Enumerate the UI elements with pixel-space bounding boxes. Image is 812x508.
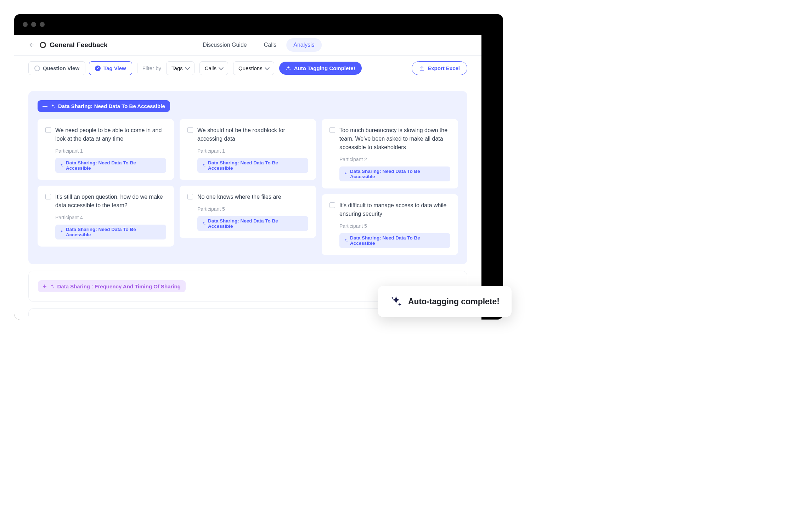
- back-button[interactable]: [28, 42, 35, 48]
- toolbar: Question View Tag View Filter by Tags Ca…: [14, 56, 481, 81]
- soccer-icon: [40, 42, 46, 48]
- chevron-down-icon: [219, 65, 224, 70]
- quote-card[interactable]: We should not be the roadblock for acces…: [180, 119, 316, 180]
- sparkle-icon: [202, 163, 206, 168]
- participant-label: Participant 1: [55, 148, 166, 154]
- participant-label: Participant 5: [197, 206, 308, 212]
- auto-tagging-button[interactable]: Auto Tagging Complete!: [279, 62, 362, 75]
- checkbox[interactable]: [45, 127, 51, 133]
- tag-view-label: Tag View: [103, 65, 126, 71]
- content: Data Sharing: Need Data To Be Accessible…: [14, 81, 481, 316]
- sparkle-icon: [50, 284, 55, 289]
- tag-pill[interactable]: Data Sharing: Need Data To Be Accessible: [339, 166, 450, 181]
- tag-pill-text: Data Sharing: Need Data To Be Accessible: [208, 160, 304, 171]
- checkbox[interactable]: [45, 194, 51, 199]
- filter-questions-button[interactable]: Questions: [233, 61, 274, 75]
- filter-questions-label: Questions: [238, 65, 263, 71]
- quote-card[interactable]: We need people to be able to come in and…: [38, 119, 174, 180]
- quote-card[interactable]: It's still an open question, how do we m…: [38, 186, 174, 247]
- tag-pill[interactable]: Data Sharing: Need Data To Be Accessible: [197, 158, 308, 173]
- toast-auto-tag-complete: Auto-tagging complete!: [378, 286, 512, 317]
- tag-view-toggle[interactable]: Tag View: [89, 61, 132, 75]
- card-grid: We need people to be able to come in and…: [38, 119, 458, 255]
- plus-icon: +: [43, 283, 47, 289]
- tag-pill-text: Data Sharing: Need Data To Be Accessible: [66, 227, 162, 237]
- nav-tabs: Discussion Guide Calls Analysis: [196, 38, 322, 52]
- divider: [137, 63, 137, 73]
- chevron-down-icon: [185, 65, 190, 70]
- sparkle-icon: [390, 295, 402, 308]
- sparkle-icon: [50, 104, 55, 109]
- question-view-label: Question View: [43, 65, 79, 71]
- radio-checked-icon: [95, 66, 101, 71]
- quote-card[interactable]: It's difficult to manage access to data …: [322, 194, 458, 255]
- checkbox[interactable]: [329, 202, 335, 208]
- window-min-dot[interactable]: [31, 22, 36, 27]
- tag-pill[interactable]: Data Sharing: Need Data To Be Accessible: [55, 158, 166, 173]
- export-excel-button[interactable]: Export Excel: [412, 61, 467, 75]
- quote-text: No one knows where the files are: [197, 193, 308, 201]
- filter-tags-button[interactable]: Tags: [166, 61, 194, 75]
- participant-label: Participant 5: [339, 223, 450, 229]
- quote-text: It's still an open question, how do we m…: [55, 193, 166, 210]
- checkbox[interactable]: [187, 127, 193, 133]
- filter-tags-label: Tags: [171, 65, 183, 71]
- quote-text: Too much bureaucracy is slowing down the…: [339, 126, 450, 152]
- toast-text: Auto-tagging complete!: [408, 297, 500, 306]
- radio-unchecked-icon: [34, 66, 40, 71]
- tag-pill[interactable]: Data Sharing: Need Data To Be Accessible: [55, 225, 166, 239]
- header: General Feedback Discussion Guide Calls …: [14, 35, 481, 56]
- sparkle-icon: [344, 238, 348, 243]
- quote-text: We need people to be able to come in and…: [55, 126, 166, 143]
- sparkle-icon: [60, 230, 64, 234]
- tag-pill-text: Data Sharing: Need Data To Be Accessible: [350, 169, 446, 179]
- app-body: General Feedback Discussion Guide Calls …: [14, 35, 481, 320]
- tag-group-accessible: Data Sharing: Need Data To Be Accessible…: [28, 91, 467, 264]
- page-title: General Feedback: [50, 41, 108, 49]
- chevron-down-icon: [265, 65, 270, 70]
- participant-label: Participant 2: [339, 157, 450, 162]
- quote-text: It's difficult to manage access to data …: [339, 201, 450, 218]
- group-title: Data Sharing: Need Data To Be Accessible: [58, 103, 165, 109]
- quote-card[interactable]: No one knows where the files are Partici…: [180, 186, 316, 238]
- quote-text: We should not be the roadblock for acces…: [197, 126, 308, 143]
- checkbox[interactable]: [329, 127, 335, 133]
- tab-discussion-guide[interactable]: Discussion Guide: [196, 38, 254, 52]
- arrow-left-icon: [28, 42, 35, 48]
- tag-pill[interactable]: Data Sharing: Need Data To Be Accessible: [197, 216, 308, 231]
- sparkle-icon: [202, 221, 206, 226]
- upload-icon: [419, 66, 425, 71]
- participant-label: Participant 1: [197, 148, 308, 154]
- participant-label: Participant 4: [55, 215, 166, 220]
- quote-card[interactable]: Too much bureaucracy is slowing down the…: [322, 119, 458, 188]
- group-header: Data Sharing: Need Data To Be Accessible: [38, 100, 458, 112]
- titlebar: [14, 14, 503, 35]
- sparkle-icon: [60, 163, 64, 168]
- window-close-dot[interactable]: [23, 22, 28, 27]
- filter-calls-label: Calls: [205, 65, 216, 71]
- tab-analysis[interactable]: Analysis: [286, 38, 322, 52]
- group-chip-frequency[interactable]: + Data Sharing : Frequency And Timing Of…: [38, 280, 186, 292]
- question-view-toggle[interactable]: Question View: [28, 61, 85, 75]
- checkbox[interactable]: [187, 194, 193, 199]
- tag-pill-text: Data Sharing: Need Data To Be Accessible: [350, 235, 446, 246]
- view-toggle-group: Question View Tag View: [28, 61, 132, 75]
- group-title: Data Sharing : Frequency And Timing Of S…: [57, 283, 181, 289]
- tag-pill-text: Data Sharing: Need Data To Be Accessible: [208, 218, 304, 229]
- sparkle-icon: [286, 66, 291, 71]
- tag-pill[interactable]: Data Sharing: Need Data To Be Accessible: [339, 233, 450, 248]
- group-chip-accessible[interactable]: Data Sharing: Need Data To Be Accessible: [38, 100, 170, 112]
- auto-tag-label: Auto Tagging Complete!: [294, 65, 355, 71]
- tag-pill-text: Data Sharing: Need Data To Be Accessible: [66, 160, 162, 171]
- sparkle-icon: [344, 172, 348, 176]
- window-max-dot[interactable]: [40, 22, 45, 27]
- tab-calls[interactable]: Calls: [257, 38, 284, 52]
- filter-label: Filter by: [142, 65, 161, 71]
- minus-icon: [43, 106, 47, 107]
- export-label: Export Excel: [428, 65, 460, 71]
- window-frame: General Feedback Discussion Guide Calls …: [14, 14, 503, 320]
- filter-calls-button[interactable]: Calls: [199, 61, 228, 75]
